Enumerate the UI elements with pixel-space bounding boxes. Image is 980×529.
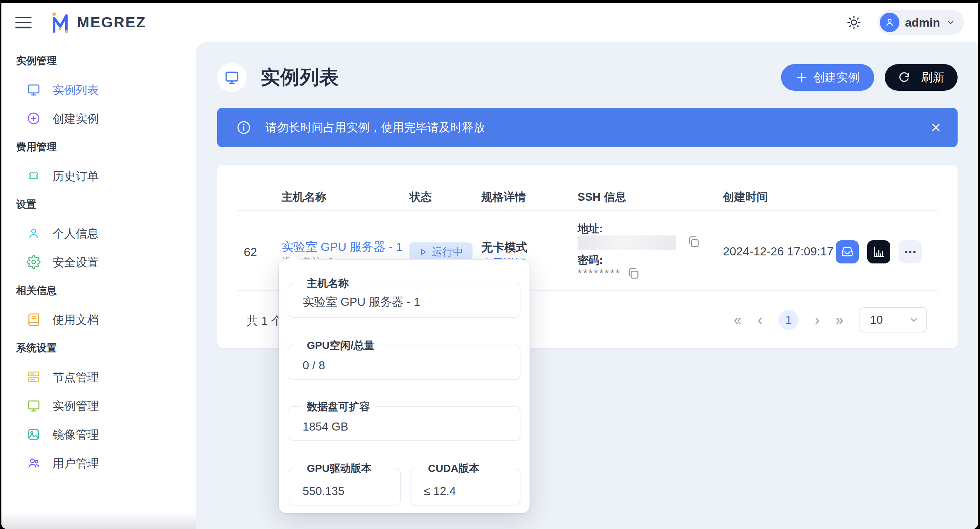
more-actions-button[interactable] bbox=[899, 240, 922, 263]
document-icon bbox=[27, 312, 41, 327]
field-label: GPU空闲/总量 bbox=[301, 338, 380, 352]
row-id: 62 bbox=[244, 245, 257, 259]
sidebar-item-security[interactable]: 安全设置 bbox=[2, 248, 196, 276]
bar-chart-icon bbox=[872, 245, 885, 258]
prev-page-icon[interactable]: ‹ bbox=[757, 313, 762, 327]
ssh-password-masked: ******** bbox=[578, 267, 621, 280]
last-page-icon[interactable]: » bbox=[836, 313, 843, 327]
refresh-icon bbox=[898, 72, 910, 83]
current-page[interactable]: 1 bbox=[778, 310, 799, 330]
page-size-value: 10 bbox=[870, 313, 883, 327]
sidebar-item-node-mgmt[interactable]: 节点管理 bbox=[2, 363, 196, 391]
monitor-stats-button[interactable] bbox=[867, 240, 890, 263]
info-icon bbox=[236, 120, 251, 135]
ticket-icon bbox=[27, 169, 41, 183]
create-instance-button[interactable]: 创建实例 bbox=[781, 64, 874, 91]
user-icon bbox=[27, 226, 41, 240]
field-value: 1854 GB bbox=[302, 420, 348, 433]
copy-icon[interactable] bbox=[626, 266, 640, 280]
menu-toggle-icon[interactable] bbox=[16, 17, 32, 29]
server-icon bbox=[27, 370, 41, 384]
ssh-address-label: 地址: bbox=[578, 221, 603, 236]
sidebar-section-related-info: 相关信息 bbox=[2, 276, 196, 305]
first-page-icon[interactable]: « bbox=[734, 313, 741, 327]
sidebar-item-label: 使用文档 bbox=[52, 314, 99, 325]
theme-toggle-sun-icon[interactable] bbox=[846, 15, 861, 30]
popup-field-host-name: 主机名称 实验室 GPU 服务器 - 1 bbox=[289, 283, 520, 318]
status-badge: 运行中 bbox=[409, 242, 473, 261]
topbar-actions: admin bbox=[846, 10, 964, 35]
monitor-icon bbox=[27, 399, 41, 413]
sidebar-item-label: 历史订单 bbox=[52, 170, 99, 182]
close-icon[interactable] bbox=[929, 121, 942, 134]
sidebar-item-profile[interactable]: 个人信息 bbox=[2, 219, 196, 248]
sidebar-item-instance-mgmt[interactable]: 实例管理 bbox=[2, 391, 196, 420]
ssh-password-label: 密码: bbox=[578, 253, 603, 268]
brand-logo: MEGREZ bbox=[48, 11, 146, 34]
monitor-icon bbox=[224, 70, 240, 85]
sidebar-item-label: 个人信息 bbox=[52, 228, 99, 239]
sidebar-item-docs[interactable]: 使用文档 bbox=[2, 305, 196, 334]
sidebar-section-system: 系统设置 bbox=[2, 334, 196, 363]
sidebar-item-user-mgmt[interactable]: 用户管理 bbox=[2, 449, 196, 478]
sidebar-item-create-instance[interactable]: 创建实例 bbox=[2, 104, 196, 133]
popup-field-disk-expandable: 数据盘可扩容 1854 GB bbox=[289, 406, 520, 441]
sidebar-item-label: 镜像管理 bbox=[52, 429, 99, 440]
sidebar-item-label: 实例管理 bbox=[52, 400, 99, 412]
spec-mode: 无卡模式 bbox=[481, 240, 528, 255]
copy-icon[interactable] bbox=[686, 235, 700, 249]
table-header-divider bbox=[237, 210, 938, 211]
notice-banner: 请勿长时间占用实例，使用完毕请及时释放 bbox=[217, 108, 958, 147]
page-icon-circle bbox=[217, 63, 247, 92]
pagination-total: 共 1 个 bbox=[247, 313, 283, 329]
sidebar: 实例管理 实例列表 创建实例 费用管理 历史订单 设置 bbox=[2, 42, 196, 529]
column-header-spec: 规格详情 bbox=[481, 190, 526, 204]
notice-text: 请勿长时间占用实例，使用完毕请及时释放 bbox=[266, 120, 485, 135]
sidebar-section-billing: 费用管理 bbox=[2, 133, 196, 161]
column-header-ssh: SSH 信息 bbox=[578, 190, 626, 204]
top-bar: MEGREZ admin bbox=[2, 3, 978, 42]
page-size-select[interactable]: 10 bbox=[859, 307, 927, 333]
page-header: 实例列表 创建实例 刷新 bbox=[217, 62, 958, 92]
person-icon bbox=[884, 17, 895, 28]
inbox-action-button[interactable] bbox=[836, 240, 859, 263]
field-value: 0 / 8 bbox=[302, 359, 325, 372]
sidebar-section-instance-mgmt: 实例管理 bbox=[2, 46, 196, 75]
sidebar-item-label: 实例列表 bbox=[52, 84, 99, 96]
header-actions: 创建实例 刷新 bbox=[781, 64, 958, 91]
popup-field-gpu-free-total: GPU空闲/总量 0 / 8 bbox=[289, 345, 520, 380]
pagination: « ‹ 1 › » 10 bbox=[734, 305, 927, 335]
sidebar-item-image-mgmt[interactable]: 镜像管理 bbox=[2, 420, 196, 449]
app-window: MEGREZ admin bbox=[2, 3, 978, 529]
plus-icon bbox=[796, 72, 808, 83]
inbox-icon bbox=[841, 245, 854, 258]
sidebar-item-order-history[interactable]: 历史订单 bbox=[2, 161, 196, 190]
users-icon bbox=[27, 456, 41, 470]
chevron-down-icon bbox=[946, 18, 956, 27]
popup-field-cuda-version: CUDA版本 ≤ 12.4 bbox=[410, 468, 520, 505]
gear-icon bbox=[27, 255, 41, 269]
field-label: 数据盘可扩容 bbox=[301, 400, 375, 413]
host-detail-popover: 主机名称 实验室 GPU 服务器 - 1 GPU空闲/总量 0 / 8 数据盘可… bbox=[279, 260, 530, 513]
refresh-button[interactable]: 刷新 bbox=[885, 64, 958, 91]
popup-field-gpu-driver: GPU驱动版本 550.135 bbox=[289, 468, 401, 505]
user-menu[interactable]: admin bbox=[877, 10, 964, 35]
host-name-link[interactable]: 实验室 GPU 服务器 - 1 bbox=[282, 239, 403, 255]
brand-name: MEGREZ bbox=[77, 14, 146, 31]
play-icon bbox=[418, 247, 428, 257]
logo-m-icon bbox=[48, 11, 72, 34]
plus-circle-icon bbox=[27, 112, 41, 126]
column-header-status: 状态 bbox=[409, 190, 432, 204]
field-value: ≤ 12.4 bbox=[424, 484, 456, 498]
sidebar-item-label: 用户管理 bbox=[52, 457, 99, 469]
sidebar-item-label: 节点管理 bbox=[52, 371, 99, 383]
next-page-icon[interactable]: › bbox=[815, 313, 819, 327]
field-label: GPU驱动版本 bbox=[301, 461, 377, 475]
sidebar-item-instance-list[interactable]: 实例列表 bbox=[2, 75, 196, 104]
sidebar-item-label: 安全设置 bbox=[52, 257, 99, 268]
field-label: CUDA版本 bbox=[422, 461, 485, 475]
ssh-address-redacted bbox=[578, 236, 676, 250]
chevron-down-icon bbox=[908, 315, 919, 325]
field-value: 550.135 bbox=[302, 484, 344, 498]
page-title: 实例列表 bbox=[261, 64, 339, 90]
